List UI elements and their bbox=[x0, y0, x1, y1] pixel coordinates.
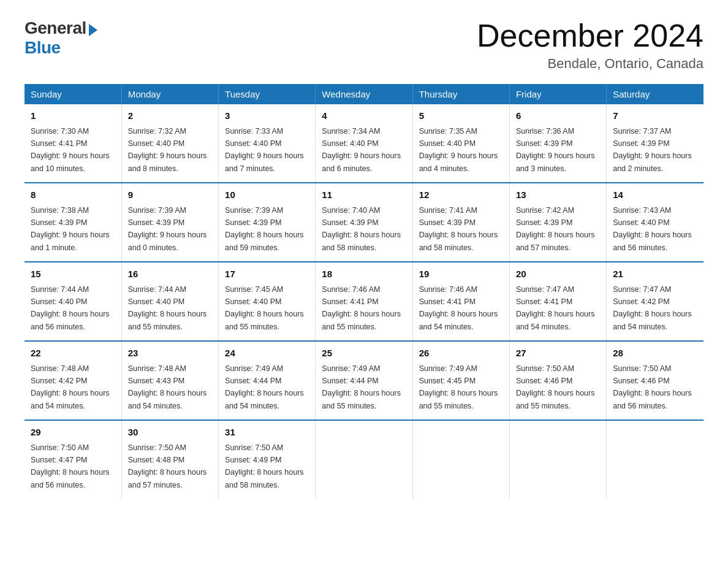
calendar-cell: 10 Sunrise: 7:39 AMSunset: 4:39 PMDaylig… bbox=[219, 183, 316, 262]
calendar-header-row: Sunday Monday Tuesday Wednesday Thursday… bbox=[25, 84, 703, 104]
calendar-cell: 3 Sunrise: 7:33 AMSunset: 4:40 PMDayligh… bbox=[219, 104, 316, 183]
calendar-cell: 28 Sunrise: 7:50 AMSunset: 4:46 PMDaylig… bbox=[607, 341, 703, 420]
day-number: 30 bbox=[128, 426, 212, 440]
day-number: 15 bbox=[31, 267, 115, 282]
calendar-cell: 20 Sunrise: 7:47 AMSunset: 4:41 PMDaylig… bbox=[509, 262, 606, 341]
title-section: December 2024 Bendale, Ontario, Canada bbox=[477, 18, 703, 72]
col-wednesday: Wednesday bbox=[316, 84, 412, 104]
calendar-cell: 18 Sunrise: 7:46 AMSunset: 4:41 PMDaylig… bbox=[316, 262, 412, 341]
day-number: 21 bbox=[613, 267, 697, 282]
calendar-cell: 9 Sunrise: 7:39 AMSunset: 4:39 PMDayligh… bbox=[121, 183, 218, 262]
day-info: Sunrise: 7:39 AMSunset: 4:39 PMDaylight:… bbox=[225, 206, 304, 252]
calendar-cell: 13 Sunrise: 7:42 AMSunset: 4:39 PMDaylig… bbox=[509, 183, 606, 262]
calendar-cell: 5 Sunrise: 7:35 AMSunset: 4:40 PMDayligh… bbox=[412, 104, 509, 183]
day-number: 6 bbox=[516, 109, 600, 123]
day-info: Sunrise: 7:30 AMSunset: 4:41 PMDaylight:… bbox=[31, 127, 110, 173]
day-info: Sunrise: 7:50 AMSunset: 4:49 PMDaylight:… bbox=[225, 443, 304, 489]
day-info: Sunrise: 7:37 AMSunset: 4:39 PMDaylight:… bbox=[613, 127, 692, 173]
day-info: Sunrise: 7:32 AMSunset: 4:40 PMDaylight:… bbox=[128, 127, 207, 173]
day-number: 2 bbox=[128, 109, 212, 123]
day-number: 27 bbox=[516, 347, 600, 361]
day-info: Sunrise: 7:44 AMSunset: 4:40 PMDaylight:… bbox=[128, 285, 207, 331]
day-number: 3 bbox=[225, 109, 309, 123]
day-info: Sunrise: 7:47 AMSunset: 4:41 PMDaylight:… bbox=[516, 285, 595, 331]
calendar-cell: 22 Sunrise: 7:48 AMSunset: 4:42 PMDaylig… bbox=[25, 341, 121, 420]
day-info: Sunrise: 7:46 AMSunset: 4:41 PMDaylight:… bbox=[322, 285, 401, 331]
day-number: 16 bbox=[128, 267, 212, 282]
day-info: Sunrise: 7:46 AMSunset: 4:41 PMDaylight:… bbox=[419, 285, 498, 331]
calendar-week-row: 8 Sunrise: 7:38 AMSunset: 4:39 PMDayligh… bbox=[25, 183, 703, 262]
logo-general-text: General bbox=[25, 18, 86, 38]
calendar-week-row: 1 Sunrise: 7:30 AMSunset: 4:41 PMDayligh… bbox=[25, 104, 703, 183]
calendar-cell: 31 Sunrise: 7:50 AMSunset: 4:49 PMDaylig… bbox=[219, 420, 316, 499]
day-info: Sunrise: 7:41 AMSunset: 4:39 PMDaylight:… bbox=[419, 206, 498, 252]
day-number: 24 bbox=[225, 347, 309, 361]
day-info: Sunrise: 7:33 AMSunset: 4:40 PMDaylight:… bbox=[225, 127, 304, 173]
day-info: Sunrise: 7:50 AMSunset: 4:46 PMDaylight:… bbox=[613, 364, 692, 410]
calendar-week-row: 29 Sunrise: 7:50 AMSunset: 4:47 PMDaylig… bbox=[25, 420, 703, 499]
day-number: 26 bbox=[419, 347, 503, 361]
calendar-cell bbox=[509, 420, 606, 499]
day-info: Sunrise: 7:50 AMSunset: 4:46 PMDaylight:… bbox=[516, 364, 595, 410]
day-number: 28 bbox=[613, 347, 697, 361]
calendar-cell: 1 Sunrise: 7:30 AMSunset: 4:41 PMDayligh… bbox=[25, 104, 121, 183]
day-info: Sunrise: 7:48 AMSunset: 4:43 PMDaylight:… bbox=[128, 364, 207, 410]
calendar-cell bbox=[412, 420, 509, 499]
day-info: Sunrise: 7:48 AMSunset: 4:42 PMDaylight:… bbox=[31, 364, 110, 410]
day-number: 5 bbox=[419, 109, 503, 123]
calendar-cell: 25 Sunrise: 7:49 AMSunset: 4:44 PMDaylig… bbox=[316, 341, 412, 420]
calendar-cell: 14 Sunrise: 7:43 AMSunset: 4:40 PMDaylig… bbox=[607, 183, 703, 262]
calendar-cell: 15 Sunrise: 7:44 AMSunset: 4:40 PMDaylig… bbox=[25, 262, 121, 341]
day-number: 12 bbox=[419, 188, 503, 202]
day-number: 10 bbox=[225, 188, 309, 202]
day-number: 31 bbox=[225, 426, 309, 440]
calendar-cell: 6 Sunrise: 7:36 AMSunset: 4:39 PMDayligh… bbox=[509, 104, 606, 183]
day-info: Sunrise: 7:47 AMSunset: 4:42 PMDaylight:… bbox=[613, 285, 692, 331]
day-number: 19 bbox=[419, 267, 503, 282]
calendar-week-row: 15 Sunrise: 7:44 AMSunset: 4:40 PMDaylig… bbox=[25, 262, 703, 341]
col-monday: Monday bbox=[121, 84, 218, 104]
calendar-cell: 17 Sunrise: 7:45 AMSunset: 4:40 PMDaylig… bbox=[219, 262, 316, 341]
day-number: 11 bbox=[322, 188, 406, 202]
col-friday: Friday bbox=[509, 84, 606, 104]
day-info: Sunrise: 7:35 AMSunset: 4:40 PMDaylight:… bbox=[419, 127, 498, 173]
col-tuesday: Tuesday bbox=[219, 84, 316, 104]
day-number: 14 bbox=[613, 188, 697, 202]
day-info: Sunrise: 7:43 AMSunset: 4:40 PMDaylight:… bbox=[613, 206, 692, 252]
day-number: 1 bbox=[31, 109, 115, 123]
day-number: 18 bbox=[322, 267, 406, 282]
day-number: 7 bbox=[613, 109, 697, 123]
day-info: Sunrise: 7:49 AMSunset: 4:44 PMDaylight:… bbox=[322, 364, 401, 410]
day-info: Sunrise: 7:38 AMSunset: 4:39 PMDaylight:… bbox=[31, 206, 110, 252]
day-info: Sunrise: 7:50 AMSunset: 4:47 PMDaylight:… bbox=[31, 443, 110, 489]
calendar-cell: 26 Sunrise: 7:49 AMSunset: 4:45 PMDaylig… bbox=[412, 341, 509, 420]
col-thursday: Thursday bbox=[412, 84, 509, 104]
day-info: Sunrise: 7:44 AMSunset: 4:40 PMDaylight:… bbox=[31, 285, 110, 331]
day-number: 17 bbox=[225, 267, 309, 282]
day-number: 25 bbox=[322, 347, 406, 361]
day-number: 4 bbox=[322, 109, 406, 123]
calendar-cell: 24 Sunrise: 7:49 AMSunset: 4:44 PMDaylig… bbox=[219, 341, 316, 420]
calendar-table: Sunday Monday Tuesday Wednesday Thursday… bbox=[25, 84, 703, 499]
calendar-cell: 8 Sunrise: 7:38 AMSunset: 4:39 PMDayligh… bbox=[25, 183, 121, 262]
calendar-week-row: 22 Sunrise: 7:48 AMSunset: 4:42 PMDaylig… bbox=[25, 341, 703, 420]
calendar-cell bbox=[607, 420, 703, 499]
day-number: 23 bbox=[128, 347, 212, 361]
calendar-cell: 21 Sunrise: 7:47 AMSunset: 4:42 PMDaylig… bbox=[607, 262, 703, 341]
day-info: Sunrise: 7:36 AMSunset: 4:39 PMDaylight:… bbox=[516, 127, 595, 173]
day-info: Sunrise: 7:42 AMSunset: 4:39 PMDaylight:… bbox=[516, 206, 595, 252]
calendar-cell: 4 Sunrise: 7:34 AMSunset: 4:40 PMDayligh… bbox=[316, 104, 412, 183]
calendar-cell: 29 Sunrise: 7:50 AMSunset: 4:47 PMDaylig… bbox=[25, 420, 121, 499]
calendar-cell: 16 Sunrise: 7:44 AMSunset: 4:40 PMDaylig… bbox=[121, 262, 218, 341]
calendar-cell: 19 Sunrise: 7:46 AMSunset: 4:41 PMDaylig… bbox=[412, 262, 509, 341]
day-info: Sunrise: 7:34 AMSunset: 4:40 PMDaylight:… bbox=[322, 127, 401, 173]
location-text: Bendale, Ontario, Canada bbox=[477, 56, 703, 72]
day-info: Sunrise: 7:39 AMSunset: 4:39 PMDaylight:… bbox=[128, 206, 207, 252]
calendar-cell bbox=[316, 420, 412, 499]
day-number: 22 bbox=[31, 347, 115, 361]
month-title: December 2024 bbox=[477, 18, 703, 53]
day-number: 29 bbox=[31, 426, 115, 440]
day-info: Sunrise: 7:49 AMSunset: 4:45 PMDaylight:… bbox=[419, 364, 498, 410]
calendar-cell: 2 Sunrise: 7:32 AMSunset: 4:40 PMDayligh… bbox=[121, 104, 218, 183]
col-sunday: Sunday bbox=[25, 84, 121, 104]
